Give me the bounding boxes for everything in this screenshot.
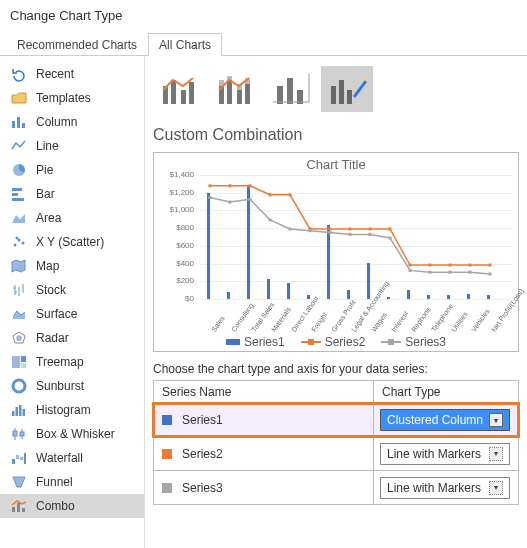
sidebar-item-label: Stock: [36, 283, 66, 297]
sidebar-item-label: Surface: [36, 307, 77, 321]
clustered-line-icon: [159, 72, 199, 106]
sidebar-item-templates[interactable]: Templates: [0, 86, 144, 110]
sidebar-item-label: Box & Whisker: [36, 427, 115, 441]
svg-rect-76: [209, 196, 212, 199]
sidebar-item-recent[interactable]: Recent: [0, 62, 144, 86]
chevron-down-icon: ▾: [489, 447, 503, 461]
sidebar-item-bar[interactable]: Bar: [0, 182, 144, 206]
series-row[interactable]: Series3Line with Markers▾: [153, 471, 519, 505]
sidebar-item-label: Treemap: [36, 355, 84, 369]
series-row[interactable]: Series1Clustered Column▾: [153, 403, 519, 437]
combo-subtype-row: [153, 62, 519, 122]
sidebar-item-label: Column: [36, 115, 77, 129]
chart-type-dropdown[interactable]: Line with Markers▾: [380, 443, 510, 465]
svg-rect-92: [308, 339, 314, 345]
treemap-icon: [10, 354, 28, 370]
area-icon: [10, 210, 28, 226]
chevron-down-icon: ▾: [489, 481, 503, 495]
chart-legend: Series1 Series2 Series3: [154, 335, 518, 349]
sidebar-item-waterfall[interactable]: Waterfall: [0, 446, 144, 470]
sidebar-item-funnel[interactable]: Funnel: [0, 470, 144, 494]
legend-swatch-bar-icon: [226, 339, 240, 345]
dropdown-value: Clustered Column: [387, 413, 483, 427]
svg-rect-37: [17, 503, 20, 512]
svg-point-22: [17, 384, 22, 389]
sidebar-item-label: Map: [36, 259, 59, 273]
x-tick: Utilities: [450, 310, 469, 332]
svg-rect-28: [13, 431, 17, 436]
histogram-icon: [10, 402, 28, 418]
sidebar-item-label: Pie: [36, 163, 53, 177]
svg-rect-4: [12, 188, 22, 191]
y-tick: $1,000: [170, 206, 194, 214]
sidebar-item-label: Waterfall: [36, 451, 83, 465]
chart-type-sidebar: RecentTemplatesColumnLinePieBarAreaX Y (…: [0, 56, 145, 548]
sidebar-item-pie[interactable]: Pie: [0, 158, 144, 182]
series-header-type: Chart Type: [374, 381, 518, 403]
svg-rect-2: [22, 123, 25, 128]
sunburst-icon: [10, 378, 28, 394]
svg-rect-42: [189, 82, 194, 104]
svg-rect-82: [329, 231, 332, 234]
combo-subtype-clustered-secondary[interactable]: [265, 66, 317, 112]
y-tick: $1,200: [170, 189, 194, 197]
sidebar-item-column[interactable]: Column: [0, 110, 144, 134]
line-icon: [10, 138, 28, 154]
y-tick: $800: [176, 224, 194, 232]
stacked-line-icon: [215, 72, 255, 106]
sidebar-item-stock[interactable]: Stock: [0, 278, 144, 302]
sidebar-item-combo[interactable]: Combo: [0, 494, 144, 518]
legend-series3: Series3: [381, 335, 446, 349]
svg-rect-78: [249, 198, 252, 201]
sidebar-item-map[interactable]: Map: [0, 254, 144, 278]
sidebar-item-xy[interactable]: X Y (Scatter): [0, 230, 144, 254]
sidebar-item-area[interactable]: Area: [0, 206, 144, 230]
svg-point-7: [14, 244, 17, 247]
legend-label: Series3: [405, 335, 446, 349]
sidebar-item-label: Line: [36, 139, 59, 153]
svg-rect-52: [287, 78, 293, 104]
tab-all-charts[interactable]: All Charts: [148, 33, 222, 56]
boxwhisker-icon: [10, 426, 28, 442]
svg-marker-59: [353, 80, 367, 98]
series-header: Series Name Chart Type: [153, 380, 519, 403]
dropdown-value: Line with Markers: [387, 481, 481, 495]
map-icon: [10, 258, 28, 274]
series-row[interactable]: Series2Line with Markers▾: [153, 437, 519, 471]
series-swatch-icon: [162, 483, 172, 493]
svg-rect-57: [339, 80, 344, 104]
waterfall-icon: [10, 450, 28, 466]
y-tick: $400: [176, 260, 194, 268]
x-tick: Materials: [270, 306, 292, 333]
custom-combo-icon: [327, 72, 367, 106]
sidebar-item-radar[interactable]: Radar: [0, 326, 144, 350]
series-name: Series2: [182, 447, 223, 461]
tab-bar: Recommended Charts All Charts: [0, 30, 527, 56]
sidebar-item-histogram[interactable]: Histogram: [0, 398, 144, 422]
sidebar-item-boxwhisker[interactable]: Box & Whisker: [0, 422, 144, 446]
y-tick: $200: [176, 277, 194, 285]
combo-subtype-stacked-line[interactable]: [209, 66, 261, 112]
series-header-name: Series Name: [154, 381, 374, 403]
chart-type-dropdown[interactable]: Clustered Column▾: [380, 409, 510, 431]
svg-rect-80: [289, 228, 292, 231]
svg-rect-45: [227, 80, 232, 104]
svg-rect-88: [449, 271, 452, 274]
sidebar-item-sunburst[interactable]: Sunburst: [0, 374, 144, 398]
combo-subtype-custom[interactable]: [321, 66, 373, 112]
sidebar-item-line[interactable]: Line: [0, 134, 144, 158]
legend-series2: Series2: [301, 335, 366, 349]
dropdown-value: Line with Markers: [387, 447, 481, 461]
svg-rect-58: [347, 90, 352, 104]
legend-label: Series2: [325, 335, 366, 349]
combo-subtype-clustered-line[interactable]: [153, 66, 205, 112]
sidebar-item-surface[interactable]: Surface: [0, 302, 144, 326]
sidebar-item-treemap[interactable]: Treemap: [0, 350, 144, 374]
sidebar-item-label: Bar: [36, 187, 55, 201]
tab-recommended[interactable]: Recommended Charts: [6, 33, 148, 56]
sidebar-item-label: Sunburst: [36, 379, 84, 393]
chart-type-dropdown[interactable]: Line with Markers▾: [380, 477, 510, 499]
svg-rect-6: [12, 198, 24, 201]
svg-rect-56: [331, 86, 336, 104]
svg-rect-77: [229, 201, 232, 204]
